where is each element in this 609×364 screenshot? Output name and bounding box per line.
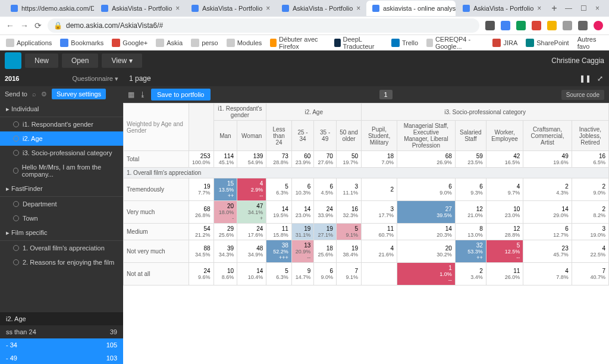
close-icon[interactable]: × — [266, 4, 270, 12]
radio-icon — [13, 150, 19, 156]
preview-header: i2. Age — [0, 312, 123, 325]
bookmark-item[interactable]: Débuter avec Firefox — [270, 36, 325, 50]
ext-icon[interactable] — [516, 21, 526, 30]
other-bookmarks[interactable]: Autres favo — [577, 36, 603, 50]
sidebar-item-label: 2. Reasons for enjoying the film — [23, 259, 114, 266]
sidebar-item-label: i2. Age — [23, 135, 43, 142]
minimize-icon[interactable]: — — [565, 4, 572, 12]
bookmark-item[interactable]: JIRA — [492, 39, 517, 47]
close-icon[interactable]: × — [356, 4, 360, 12]
sidebar-item[interactable]: 1. Overall film's appreciation — [0, 241, 123, 255]
bookmark-item[interactable]: Bookmarks — [60, 39, 103, 47]
sidebar-item-label: i1. Respondant's gender — [23, 121, 93, 128]
close-icon[interactable]: × — [537, 4, 541, 12]
preview-row[interactable]: ss than 2439 — [0, 325, 123, 338]
user-label[interactable]: Christine Caggia — [551, 57, 604, 65]
browser-chrome: https://demo.askia.com/De...× AskiaVista… — [0, 0, 609, 51]
pause-icon[interactable]: ❚❚ — [579, 74, 591, 83]
radio-icon — [13, 215, 19, 221]
sidebar-item-label: Hello Mr/Mrs, I am from the company... — [22, 164, 117, 178]
reload-icon[interactable]: ⟳ — [34, 21, 42, 30]
forward-icon[interactable]: → — [20, 21, 29, 30]
ext-icon[interactable] — [532, 21, 541, 30]
back-icon[interactable]: ← — [6, 21, 14, 30]
sidebar-group[interactable]: ▸ Film specific — [0, 225, 123, 241]
bookmark-item[interactable]: Trello — [391, 39, 418, 47]
gear-icon[interactable]: ⚙ — [41, 90, 47, 98]
sidebar-item-label: i3. Socio-professional category — [23, 149, 112, 156]
radio-icon — [13, 245, 19, 251]
sidebar: 2016 Questionnaire ▾ Send to ⌕ ⚙ Survey … — [0, 71, 123, 364]
browser-tab-active[interactable]: askiavista - online analysis c× — [366, 1, 456, 16]
sidebar-item[interactable]: i3. Socio-professional category — [0, 146, 123, 160]
extension-icons — [485, 21, 603, 30]
sidebar-item-label: Town — [23, 215, 38, 222]
open-button[interactable]: Open — [62, 54, 98, 68]
sidebar-item-label: Department — [23, 200, 56, 208]
url-text: demo.askia.com/AskiaVista6/# — [66, 21, 163, 30]
browser-tab[interactable]: AskiaVista - Portfolio× — [95, 1, 184, 16]
close-icon[interactable]: × — [175, 4, 180, 12]
send-to-label: Send to — [5, 90, 27, 98]
sidebar-item[interactable]: Town — [0, 211, 123, 225]
browser-tab[interactable]: AskiaVista - Portfolio× — [186, 1, 275, 16]
sidebar-item[interactable]: i2. Age — [0, 131, 123, 146]
key-icon[interactable] — [485, 21, 495, 30]
lock-icon: 🔒 — [54, 21, 62, 30]
browser-tab[interactable]: AskiaVista - Portfolio× — [276, 1, 365, 16]
survey-settings-button[interactable]: Survey settings — [52, 89, 106, 99]
radio-icon — [13, 201, 19, 207]
source-code-button[interactable]: Source code — [561, 90, 604, 100]
close-icon[interactable]: × — [595, 4, 599, 12]
preview-row[interactable]: - 49103 — [0, 352, 123, 364]
main-panel: 1 page ❚❚ ⤢ ▦ ⭳ Save to portfolio 1 Sour… — [123, 71, 609, 364]
radio-icon — [13, 121, 19, 127]
sidebar-group[interactable]: ▸ Individual — [0, 102, 123, 117]
sidebar-group[interactable]: ▸ FastFinder — [0, 181, 123, 197]
survey-selector[interactable]: 2016 Questionnaire ▾ — [0, 71, 123, 86]
maximize-icon[interactable]: ☐ — [580, 4, 587, 12]
tabs-bar: https://demo.askia.com/De...× AskiaVista… — [0, 0, 609, 17]
browser-tab[interactable]: https://demo.askia.com/De...× — [5, 1, 94, 16]
bookmark-item[interactable]: Askia — [156, 39, 183, 47]
url-input[interactable]: 🔒 demo.askia.com/AskiaVista6/# — [48, 18, 479, 33]
sidebar-item[interactable]: i1. Respondant's gender — [0, 117, 123, 131]
bookmark-item[interactable]: Google+ — [112, 39, 147, 47]
page-label: 1 page — [129, 74, 151, 83]
sidebar-item[interactable]: Department — [0, 197, 123, 211]
search-icon[interactable]: ⌕ — [32, 90, 36, 98]
view-button[interactable]: View ▾ — [102, 54, 142, 68]
app-container: New Open View ▾ Christine Caggia 2016 Qu… — [0, 51, 609, 364]
bookmark-item[interactable]: DeepL Traducteur — [334, 36, 383, 50]
radio-icon — [13, 168, 18, 174]
radio-icon — [13, 136, 19, 142]
sidebar-item[interactable]: Hello Mr/Mrs, I am from the company... — [0, 160, 123, 181]
expand-icon[interactable]: ⤢ — [597, 74, 603, 83]
ext-icon[interactable] — [547, 21, 557, 30]
new-tab-button[interactable]: + — [547, 3, 561, 14]
bookmarks-bar: Applications Bookmarks Google+ Askia per… — [0, 34, 609, 50]
bookmark-item[interactable]: Modules — [227, 39, 262, 47]
bookmark-item[interactable]: perso — [191, 39, 218, 47]
save-portfolio-button[interactable]: Save to portfolio — [151, 89, 211, 101]
radio-icon — [13, 259, 19, 265]
download-icon[interactable]: ⭳ — [139, 90, 146, 99]
pager[interactable]: 1 — [379, 90, 393, 99]
new-button[interactable]: New — [25, 54, 58, 68]
preview-row[interactable]: - 34105 — [0, 338, 123, 352]
ext-icon[interactable] — [563, 21, 572, 30]
browser-tab[interactable]: AskiaVista - Portfolio× — [457, 1, 546, 16]
bookmark-item[interactable]: SharePoint — [526, 39, 569, 47]
app-toolbar: New Open View ▾ Christine Caggia — [0, 51, 609, 71]
ext-icon[interactable] — [501, 21, 510, 30]
crosstab-grid[interactable]: Weighted by Age and Genderi1. Respondant… — [123, 103, 609, 364]
layout-icon[interactable]: ▦ — [128, 90, 134, 99]
avatar[interactable] — [594, 21, 603, 30]
sidebar-preview: i2. Age ss than 2439- 34105- 49103 — [0, 312, 123, 364]
sidebar-item-label: 1. Overall film's appreciation — [23, 244, 105, 252]
menu-icon[interactable] — [578, 21, 588, 30]
apps-button[interactable]: Applications — [6, 39, 52, 47]
app-logo[interactable] — [5, 52, 21, 69]
sidebar-item[interactable]: 2. Reasons for enjoying the film — [0, 255, 123, 269]
bookmark-item[interactable]: CEREQP4 - Google... — [426, 36, 484, 50]
